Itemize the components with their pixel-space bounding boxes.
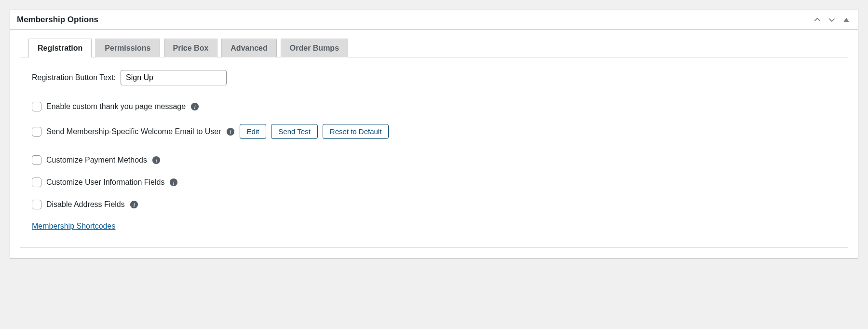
- disable-address-row: Disable Address Fields i: [32, 200, 836, 209]
- panel-header: Membership Options: [10, 10, 858, 30]
- info-icon[interactable]: i: [226, 127, 235, 136]
- tab-advanced[interactable]: Advanced: [221, 39, 276, 57]
- membership-options-panel: Membership Options Registration Permissi…: [10, 10, 858, 259]
- payment-methods-row: Customize Payment Methods i: [32, 155, 836, 165]
- thank-you-label: Enable custom thank you page message: [46, 102, 186, 111]
- svg-text:i: i: [230, 129, 231, 135]
- info-icon[interactable]: i: [152, 156, 161, 164]
- panel-body: Registration Permissions Price Box Advan…: [10, 30, 858, 258]
- thank-you-checkbox[interactable]: [32, 102, 41, 111]
- svg-text:i: i: [173, 180, 175, 186]
- svg-text:i: i: [133, 202, 135, 208]
- welcome-email-label: Send Membership-Specific Welcome Email t…: [46, 127, 221, 136]
- info-icon[interactable]: i: [190, 102, 199, 111]
- info-icon[interactable]: i: [169, 178, 178, 187]
- welcome-email-row: Send Membership-Specific Welcome Email t…: [32, 124, 836, 139]
- membership-shortcodes-link[interactable]: Membership Shortcodes: [32, 222, 115, 230]
- move-up-icon[interactable]: [813, 15, 822, 25]
- move-down-icon[interactable]: [827, 15, 837, 25]
- collapse-toggle-icon[interactable]: [841, 15, 851, 25]
- disable-address-checkbox[interactable]: [32, 200, 41, 209]
- tab-panel-registration: Registration Button Text: Enable custom …: [20, 57, 848, 247]
- info-icon[interactable]: i: [130, 200, 138, 209]
- svg-text:i: i: [155, 158, 157, 164]
- user-info-fields-label: Customize User Information Fields: [46, 178, 164, 187]
- svg-marker-0: [843, 18, 849, 22]
- tab-permissions[interactable]: Permissions: [95, 39, 160, 57]
- send-test-email-button[interactable]: Send Test: [271, 124, 317, 139]
- tab-price-box[interactable]: Price Box: [164, 39, 218, 57]
- disable-address-label: Disable Address Fields: [46, 200, 125, 209]
- thank-you-row: Enable custom thank you page message i: [32, 102, 836, 111]
- welcome-email-checkbox[interactable]: [32, 127, 41, 137]
- tabs: Registration Permissions Price Box Advan…: [28, 39, 848, 57]
- shortcodes-link-row: Membership Shortcodes: [32, 222, 836, 231]
- registration-button-text-row: Registration Button Text:: [32, 70, 836, 85]
- registration-button-text-label: Registration Button Text:: [32, 73, 116, 82]
- user-info-fields-checkbox[interactable]: [32, 178, 41, 187]
- reset-email-button[interactable]: Reset to Default: [323, 124, 389, 139]
- payment-methods-checkbox[interactable]: [32, 155, 41, 165]
- svg-text:i: i: [194, 104, 195, 110]
- panel-title: Membership Options: [17, 15, 98, 25]
- user-info-fields-row: Customize User Information Fields i: [32, 178, 836, 187]
- tab-registration[interactable]: Registration: [28, 39, 92, 57]
- panel-controls: [813, 15, 851, 25]
- edit-email-button[interactable]: Edit: [240, 124, 267, 139]
- registration-button-text-input[interactable]: [121, 70, 227, 85]
- payment-methods-label: Customize Payment Methods: [46, 156, 147, 164]
- tab-order-bumps[interactable]: Order Bumps: [281, 39, 348, 57]
